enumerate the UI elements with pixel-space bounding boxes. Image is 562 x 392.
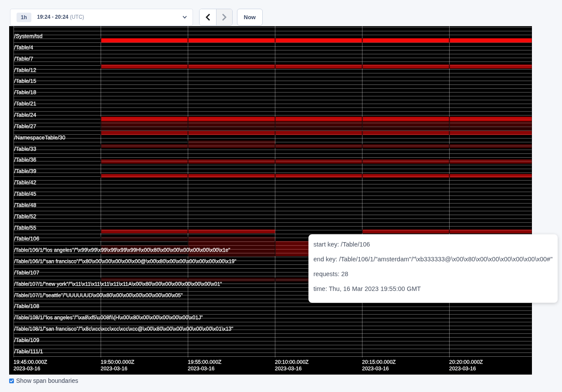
- svg-text:/Table/106: /Table/106: [14, 236, 40, 242]
- svg-text:/Table/107: /Table/107: [14, 270, 40, 276]
- svg-text:/Table/109: /Table/109: [14, 337, 40, 343]
- svg-text:/Table/36: /Table/36: [14, 157, 37, 163]
- svg-text:/Table/55: /Table/55: [14, 225, 37, 231]
- svg-text:/Table/27: /Table/27: [14, 123, 37, 129]
- svg-text:/Table/111/1: /Table/111/1: [14, 348, 43, 355]
- svg-text:20:15:00.000Z: 20:15:00.000Z: [362, 359, 396, 365]
- svg-text:2023-03-16: 2023-03-16: [101, 365, 128, 372]
- svg-text:/System/tsd: /System/tsd: [14, 33, 43, 39]
- svg-text:/Table/106/1/"los angeles"/"\x: /Table/106/1/"los angeles"/"\x99\x99\x99…: [14, 247, 230, 253]
- svg-text:19:45:00.000Z: 19:45:00.000Z: [14, 359, 47, 365]
- svg-text:/Table/107/1/"seattle"/"UUUUUU: /Table/107/1/"seattle"/"UUUUUUD\x00\x80\…: [14, 292, 183, 298]
- svg-text:/Table/12: /Table/12: [14, 67, 37, 73]
- svg-text:20:10:00.000Z: 20:10:00.000Z: [275, 359, 308, 365]
- svg-text:/Table/39: /Table/39: [14, 168, 37, 174]
- svg-text:/Table/106/1/"san francisco"/": /Table/106/1/"san francisco"/"\x80\x00\x…: [14, 258, 237, 264]
- svg-text:19:50:00.000Z: 19:50:00.000Z: [101, 359, 134, 365]
- svg-text:/Table/24: /Table/24: [14, 112, 37, 118]
- svg-text:/Table/52: /Table/52: [14, 213, 37, 220]
- svg-text:/Table/7: /Table/7: [14, 56, 34, 62]
- svg-text:/Table/33: /Table/33: [14, 146, 37, 152]
- svg-text:/NamespaceTable/30: /NamespaceTable/30: [14, 135, 65, 141]
- svg-text:2023-03-16: 2023-03-16: [14, 365, 41, 372]
- svg-text:20:20:00.000Z: 20:20:00.000Z: [449, 359, 483, 365]
- svg-text:2023-03-16: 2023-03-16: [362, 365, 389, 372]
- svg-text:/Table/18: /Table/18: [14, 89, 37, 95]
- svg-text:/Table/21: /Table/21: [14, 101, 37, 107]
- svg-text:/Table/42: /Table/42: [14, 179, 37, 186]
- svg-text:/Table/45: /Table/45: [14, 191, 37, 197]
- svg-text:/Table/108/1/"los angeles"/"\x: /Table/108/1/"los angeles"/"\xa8\xf5\u00…: [14, 314, 203, 321]
- svg-text:/Table/4: /Table/4: [14, 44, 34, 51]
- svg-text:2023-03-16: 2023-03-16: [449, 365, 476, 372]
- svg-text:/Table/107/1/"new york"/"\x11\: /Table/107/1/"new york"/"\x11\x11\x11\x1…: [14, 281, 222, 287]
- svg-text:/Table/108: /Table/108: [14, 303, 40, 309]
- svg-text:/Table/15: /Table/15: [14, 78, 37, 84]
- svg-text:2023-03-16: 2023-03-16: [275, 365, 302, 372]
- svg-text:/Table/108/1/"san francisco"/": /Table/108/1/"san francisco"/"\x8c\xcc\x…: [14, 326, 234, 332]
- svg-text:/Table/48: /Table/48: [14, 202, 37, 208]
- svg-text:19:55:00.000Z: 19:55:00.000Z: [188, 359, 221, 365]
- svg-text:2023-03-16: 2023-03-16: [188, 365, 215, 372]
